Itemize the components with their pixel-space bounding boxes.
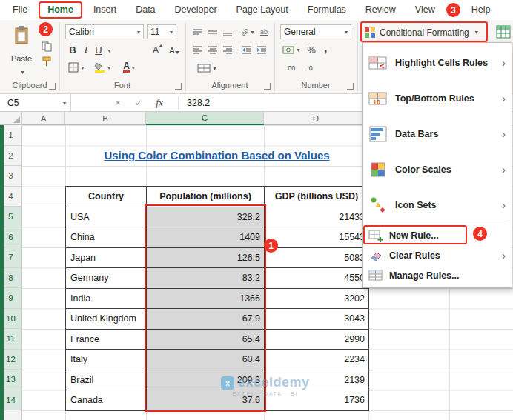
align-middle-button[interactable]	[206, 27, 219, 39]
clipboard-dialog-launcher[interactable]	[49, 83, 56, 90]
italic-button[interactable]: I	[81, 43, 91, 56]
cell-gdp[interactable]: 4550	[265, 268, 369, 289]
alignment-dialog-launcher[interactable]	[264, 83, 271, 90]
tab-help[interactable]: Help	[462, 0, 500, 20]
font-color-button[interactable]: A ▾	[119, 61, 139, 74]
tab-formulas[interactable]: Formulas	[298, 0, 356, 20]
cell-country[interactable]: India	[66, 289, 147, 310]
cell-population[interactable]: 328.2	[147, 207, 265, 228]
menu-item-top-bottom-rules[interactable]: 10 Top/Bottom Rules ›	[363, 81, 512, 116]
menu-item-new-rule[interactable]: New Rule...	[363, 225, 512, 245]
merge-center-button[interactable]: ▾	[194, 61, 219, 75]
column-header-c[interactable]: C	[146, 112, 264, 125]
cell-population[interactable]: 65.4	[147, 330, 265, 350]
select-all-corner[interactable]	[0, 112, 22, 125]
comma-style-button[interactable]: ,	[320, 40, 331, 56]
increase-indent-button[interactable]	[255, 44, 268, 56]
underline-label: U	[95, 44, 102, 56]
tab-review[interactable]: Review	[356, 0, 406, 20]
number-format-combo[interactable]: General ▾	[280, 24, 351, 39]
menu-item-icon-sets[interactable]: Icon Sets ›	[363, 187, 512, 223]
header-cell-population[interactable]: Population (millions)	[147, 187, 265, 207]
cell-gdp[interactable]: 2234	[265, 350, 369, 370]
cell-gdp[interactable]: 2139	[265, 370, 369, 391]
column-header-a[interactable]: A	[22, 112, 65, 125]
cell-gdp[interactable]: 5083	[265, 248, 369, 269]
cell-population[interactable]: 1409	[147, 227, 265, 248]
paste-button[interactable]: Paste ▾	[6, 24, 37, 79]
orientation-button[interactable]: ab▾	[240, 25, 255, 39]
decrease-decimal-button[interactable]: .0	[302, 62, 317, 74]
menu-item-clear-rules[interactable]: Clear Rules ›	[363, 245, 512, 265]
insert-function-button[interactable]: fx	[151, 94, 168, 112]
cell-gdp[interactable]: 15543	[265, 227, 369, 248]
cell-population[interactable]: 60.4	[147, 350, 265, 370]
menu-item-data-bars[interactable]: Data Bars ›	[363, 116, 512, 152]
format-as-table-button[interactable]	[495, 24, 512, 39]
cell-population[interactable]: 37.6	[147, 390, 265, 411]
menu-item-color-scales[interactable]: Color Scales ›	[363, 152, 512, 187]
decrease-indent-button[interactable]	[240, 44, 254, 56]
tab-page-layout[interactable]: Page Layout	[227, 0, 298, 20]
cell-country[interactable]: Italy	[66, 350, 147, 370]
align-center-button[interactable]	[206, 44, 219, 56]
conditional-formatting-button[interactable]: Conditional Formatting ▾	[364, 24, 484, 40]
cell-country[interactable]: Brazil	[66, 370, 147, 391]
borders-button[interactable]: ▾	[67, 61, 86, 74]
align-right-button[interactable]	[221, 44, 234, 56]
increase-decimal-button[interactable]: .00	[282, 62, 299, 74]
tab-data[interactable]: Data	[126, 0, 165, 20]
cell-population[interactable]: 126.5	[147, 248, 265, 269]
name-box[interactable]: C5 ▾	[0, 94, 71, 112]
cell-gdp[interactable]: 3202	[265, 289, 369, 310]
tab-home[interactable]: Home	[39, 1, 82, 19]
menu-item-manage-rules[interactable]: Manage Rules...	[363, 265, 512, 285]
cell-country[interactable]: Germany	[66, 268, 147, 289]
cell-gdp[interactable]: 2990	[265, 330, 369, 350]
cell-population[interactable]: 83.2	[147, 268, 265, 289]
menu-item-highlight-cells-rules[interactable]: < Highlight Cells Rules ›	[363, 45, 512, 81]
underline-button[interactable]: U	[93, 43, 104, 56]
underline-dropdown[interactable]: ▾	[105, 45, 112, 56]
font-size-combo[interactable]: 11 ▾	[147, 24, 176, 39]
header-cell-country[interactable]: Country	[66, 187, 147, 207]
copy-button[interactable]	[40, 41, 53, 53]
align-left-button[interactable]	[191, 44, 205, 56]
formula-bar-input[interactable]: 328.2	[187, 94, 210, 112]
tab-view[interactable]: View	[406, 0, 445, 20]
accounting-format-button[interactable]: ▾	[282, 43, 301, 56]
cell-gdp[interactable]: 21433	[265, 207, 369, 228]
cell-population[interactable]: 67.9	[147, 309, 265, 330]
tab-developer[interactable]: Developer	[165, 0, 227, 20]
align-top-button[interactable]	[191, 27, 205, 39]
cell-country[interactable]: United Kingdom	[66, 309, 147, 330]
cell-country[interactable]: USA	[66, 207, 147, 228]
cell-country[interactable]: France	[66, 330, 147, 350]
percent-style-button[interactable]: %	[305, 43, 317, 56]
font-name-combo[interactable]: Calibri ▾	[65, 24, 144, 39]
tab-insert[interactable]: Insert	[84, 0, 126, 20]
column-header-d[interactable]: D	[264, 112, 368, 125]
cell-population[interactable]: 209.3	[147, 370, 265, 391]
header-cell-gdp[interactable]: GDP (billions USD)	[265, 187, 369, 207]
enter-button[interactable]: ✓	[130, 94, 147, 112]
number-dialog-launcher[interactable]	[347, 83, 354, 90]
fill-color-button[interactable]: ▾	[92, 61, 113, 74]
align-bottom-button[interactable]	[221, 27, 234, 39]
wrap-text-button[interactable]: ab	[256, 25, 271, 39]
format-painter-button[interactable]	[40, 56, 53, 67]
shrink-font-button[interactable]: A	[168, 44, 181, 56]
cell-gdp[interactable]: 3043	[265, 309, 369, 330]
bold-button[interactable]: B	[67, 43, 79, 56]
cell-population[interactable]: 1366	[147, 289, 265, 310]
tab-file[interactable]: File	[3, 0, 37, 20]
column-header-b[interactable]: B	[65, 112, 146, 125]
cancel-button[interactable]: ×	[110, 94, 126, 112]
grow-font-button[interactable]: A	[151, 43, 165, 56]
cell-country[interactable]: Canada	[66, 390, 147, 411]
cell-country[interactable]: China	[66, 227, 147, 248]
font-dialog-launcher[interactable]	[175, 83, 182, 90]
cell-country[interactable]: Japan	[66, 248, 147, 269]
cell-gdp[interactable]: 1736	[265, 390, 369, 411]
align-left-icon	[193, 45, 203, 54]
